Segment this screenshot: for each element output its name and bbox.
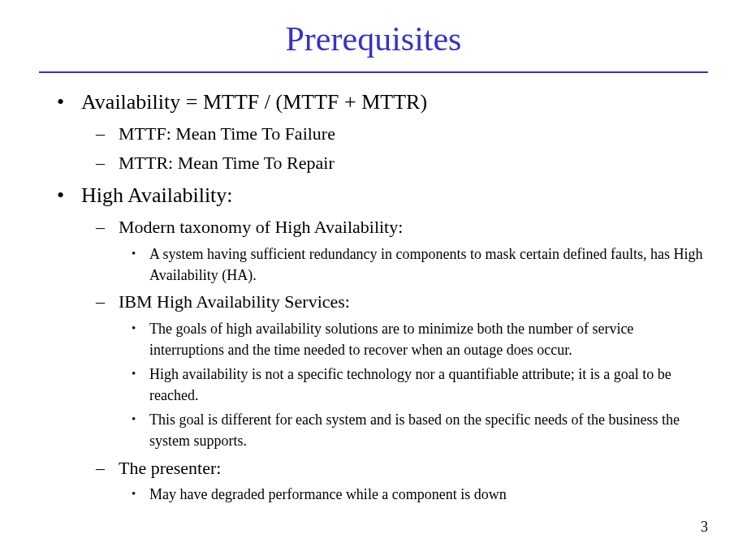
bullet-list-level3: A system having sufficient redundancy in… [119, 243, 708, 286]
bullet-list-level2: Modern taxonomy of High Availability: A … [81, 214, 708, 506]
bullet-text: Modern taxonomy of High Availability: [119, 217, 403, 237]
bullet-text: IBM High Availability Services: [119, 291, 350, 312]
bullet-text: High Availability: [81, 183, 233, 207]
bullet-list-level1: Availability = MTTF / (MTTF + MTTR) MTTF… [39, 88, 708, 505]
bullet-text: May have degraded performance while a co… [149, 486, 507, 502]
bullet-item: Modern taxonomy of High Availability: A … [119, 214, 708, 286]
slide-title: Prerequisites [39, 19, 708, 58]
bullet-text: The goals of high availability solutions… [149, 321, 633, 358]
bullet-list-level3: May have degraded performance while a co… [119, 484, 708, 505]
bullet-text: High availability is not a specific tech… [149, 366, 671, 403]
bullet-item: The goals of high availability solutions… [149, 318, 708, 360]
bullet-list-level3: The goals of high availability solutions… [119, 318, 708, 452]
page-number: 3 [701, 519, 708, 536]
bullet-item: High Availability: Modern taxonomy of Hi… [81, 181, 708, 506]
bullet-item: The presenter: May have degraded perform… [119, 455, 708, 506]
bullet-text: Availability = MTTF / (MTTF + MTTR) [81, 90, 427, 114]
bullet-list-level2: MTTF: Mean Time To Failure MTTR: Mean Ti… [81, 121, 708, 176]
bullet-item: MTTF: Mean Time To Failure [119, 121, 708, 147]
bullet-item: IBM High Availability Services: The goal… [119, 289, 708, 451]
slide-container: Prerequisites Availability = MTTF / (MTT… [0, 0, 747, 549]
bullet-text: The presenter: [119, 458, 221, 478]
bullet-text: A system having sufficient redundancy in… [149, 246, 703, 283]
bullet-item: MTTR: Mean Time To Repair [119, 150, 708, 176]
bullet-item: A system having sufficient redundancy in… [149, 243, 708, 286]
bullet-text: This goal is different for each system a… [149, 411, 680, 449]
bullet-item: May have degraded performance while a co… [149, 484, 708, 505]
title-underline [39, 71, 708, 73]
bullet-item: Availability = MTTF / (MTTF + MTTR) MTTF… [81, 88, 708, 176]
bullet-text: MTTF: Mean Time To Failure [119, 123, 335, 144]
bullet-item: High availability is not a specific tech… [149, 364, 708, 406]
bullet-text: MTTR: Mean Time To Repair [119, 153, 335, 173]
bullet-item: This goal is different for each system a… [149, 409, 708, 451]
